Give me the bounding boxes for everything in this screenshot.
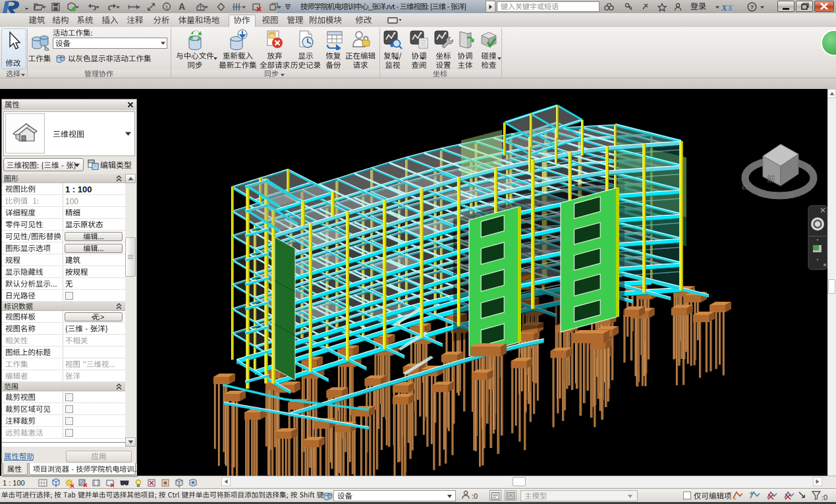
svg-text:X: X [721, 3, 727, 12]
svg-text:?: ? [750, 4, 754, 11]
svg-text:X: X [727, 3, 733, 12]
svg-text:A: A [179, 1, 185, 12]
svg-text:1: 1 [165, 4, 169, 10]
